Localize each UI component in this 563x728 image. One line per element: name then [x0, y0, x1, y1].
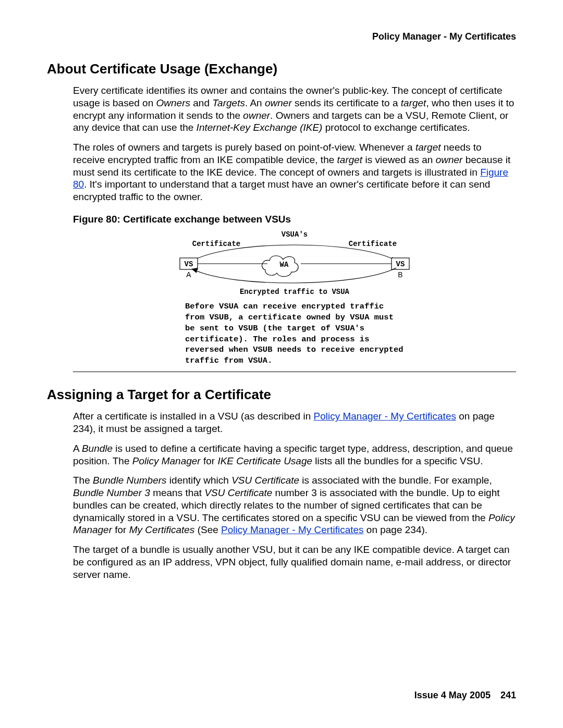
node-wa-text: WA	[280, 261, 289, 269]
text: on page 234).	[364, 524, 428, 535]
section-heading-exchange: About Certificate Usage (Exchange)	[47, 61, 516, 77]
text: After a certificate is installed in a VS…	[73, 411, 313, 422]
text: for	[112, 524, 129, 535]
italic-text: Owners	[156, 97, 190, 108]
figure-80: VSUA's Certificate Certificate VS A WA V…	[73, 229, 516, 367]
text: A	[73, 443, 82, 454]
text: The roles of owners and targets is purel…	[73, 142, 415, 153]
label-vsua: VSUA's	[282, 230, 308, 239]
paragraph: Every certificate identifies its owner a…	[73, 84, 516, 134]
footer-issue: Issue 4 May 2005	[414, 690, 491, 700]
cross-ref-link[interactable]: Policy Manager - My Certificates	[221, 524, 363, 535]
section-body-exchange: Every certificate identifies its owner a…	[73, 84, 516, 372]
italic-text: target	[337, 154, 363, 165]
figure-caption: Before VSUA can receive encrypted traffi…	[185, 301, 404, 367]
node-vsub-sub: B	[398, 270, 402, 279]
text: for	[201, 455, 218, 466]
text: . It's important to understand that a ta…	[73, 179, 490, 202]
italic-text: target	[415, 142, 441, 153]
italic-text: My Certificates	[129, 524, 195, 535]
text: is associated with the bundle. For examp…	[299, 475, 492, 486]
paragraph: The roles of owners and targets is purel…	[73, 141, 516, 203]
running-header: Policy Manager - My Certificates	[47, 31, 516, 42]
text: (See	[194, 524, 221, 535]
node-vsua-text: VS	[185, 260, 193, 268]
text: means that	[150, 487, 205, 498]
italic-text: owner	[265, 97, 292, 108]
italic-text: IKE Certificate Usage	[217, 455, 312, 466]
node-vsua-sub: A	[186, 270, 191, 279]
figure-title: Figure 80: Certificate exchange between …	[73, 214, 516, 225]
italic-text: target	[401, 97, 426, 108]
paragraph: A Bundle is used to define a certificate…	[73, 442, 516, 467]
italic-text: VSU Certificate	[231, 475, 299, 486]
text: The	[73, 475, 93, 486]
text: identify which	[167, 475, 232, 486]
italic-text: VSU Certificate	[204, 487, 272, 498]
certificate-exchange-diagram-icon: VSUA's Certificate Certificate VS A WA V…	[159, 229, 430, 297]
italic-text: Internet-Key Exchange (IKE)	[197, 122, 323, 133]
cross-ref-link[interactable]: Policy Manager - My Certificates	[313, 411, 456, 422]
section-heading-target: Assigning a Target for a Certificate	[47, 387, 516, 403]
text: protocol to exchange certificates.	[322, 122, 470, 133]
paragraph: The Bundle Numbers identify which VSU Ce…	[73, 474, 516, 536]
text: . An	[245, 97, 265, 108]
italic-text: Policy Manager	[132, 455, 201, 466]
label-certificate-left: Certificate	[192, 240, 240, 248]
paragraph: The target of a bundle is usually anothe…	[73, 544, 516, 581]
node-vsub-text: VS	[396, 260, 405, 268]
text: sends its certificate to a	[292, 97, 401, 108]
italic-text: owner	[436, 154, 463, 165]
italic-text: Bundle Number 3	[73, 487, 150, 498]
figure-rule	[73, 372, 516, 372]
italic-text: owner	[243, 110, 270, 121]
italic-text: Targets	[212, 97, 245, 108]
text: is viewed as an	[362, 154, 435, 165]
label-certificate-right: Certificate	[349, 240, 397, 248]
footer-page-number: 241	[500, 690, 516, 700]
italic-text: Bundle	[82, 443, 113, 454]
italic-text: Bundle Numbers	[93, 475, 167, 486]
text: and	[190, 97, 212, 108]
section-body-target: After a certificate is installed in a VS…	[73, 410, 516, 581]
paragraph: After a certificate is installed in a VS…	[73, 410, 516, 435]
page-footer: Issue 4 May 2005 241	[414, 690, 516, 701]
text: lists all the bundles for a specific VSU…	[312, 455, 483, 466]
document-page: Policy Manager - My Certificates About C…	[0, 0, 563, 728]
label-encrypted: Encrypted traffic to VSUA	[240, 288, 350, 296]
